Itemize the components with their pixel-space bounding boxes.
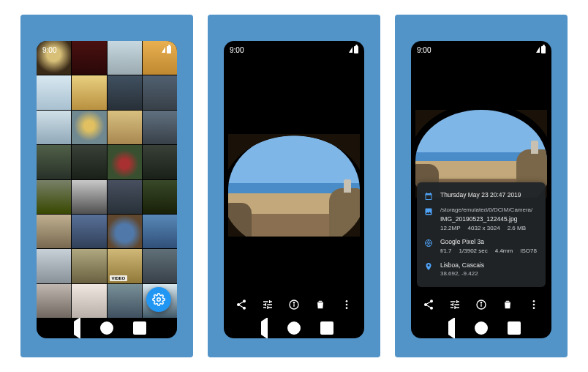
photo-thumb[interactable]	[143, 111, 177, 144]
status-time: 9:00	[230, 46, 244, 54]
video-badge: VIDEO	[110, 275, 128, 281]
photo-grid[interactable]: VIDEO	[37, 41, 177, 318]
nav-back-button[interactable]	[255, 321, 268, 335]
photo-thumb[interactable]	[143, 145, 177, 179]
svg-point-13	[533, 307, 535, 309]
photo-thumb[interactable]	[108, 111, 142, 144]
info-iso: ISO78	[520, 248, 537, 256]
photo-thumb[interactable]	[37, 284, 71, 318]
info-filesize: 2.6 MB	[508, 225, 526, 233]
share-button[interactable]	[233, 296, 250, 313]
screenshot-gallery: 9:00	[20, 15, 193, 357]
status-time: 9:00	[417, 46, 431, 54]
more-vert-icon	[341, 299, 353, 310]
info-panel: Thursday May 23 20:47 2019 /storage/emul…	[417, 182, 546, 287]
aperture-icon	[423, 238, 434, 255]
nav-recent-button[interactable]	[508, 321, 521, 335]
photo-thumb[interactable]	[72, 111, 106, 144]
status-icons	[536, 46, 546, 53]
photo-thumb[interactable]	[72, 75, 106, 109]
share-button[interactable]	[420, 296, 437, 313]
phone-frame: 9:00	[411, 41, 551, 338]
info-icon	[288, 299, 300, 310]
photo-thumb[interactable]	[108, 75, 142, 109]
info-exposure: 1/3902 sec	[459, 248, 488, 256]
nav-back-button[interactable]	[442, 321, 455, 335]
info-dimensions: 4032 x 3024	[468, 225, 500, 233]
photo-viewport[interactable]: Thursday May 23 20:47 2019 /storage/emul…	[411, 57, 551, 291]
edit-button[interactable]	[446, 296, 464, 313]
photo-thumb[interactable]	[143, 75, 177, 109]
status-icons	[162, 46, 171, 53]
photo-thumb[interactable]	[143, 215, 177, 248]
viewer-content[interactable]	[224, 57, 364, 318]
android-nav-bar	[37, 318, 177, 338]
photo-thumb[interactable]	[37, 111, 71, 144]
info-date: Thursday May 23 20:47 2019	[440, 191, 538, 199]
nav-home-button[interactable]	[475, 321, 488, 335]
nav-home-button[interactable]	[287, 321, 301, 335]
gear-icon	[152, 293, 165, 306]
image-icon	[423, 207, 434, 232]
trash-icon	[314, 299, 326, 310]
photo-thumb[interactable]	[72, 145, 106, 179]
photo-image	[228, 134, 360, 237]
share-icon	[235, 299, 247, 310]
photo-thumb[interactable]	[108, 215, 142, 248]
status-bar: 9:00	[411, 41, 551, 57]
nav-back-button[interactable]	[67, 321, 80, 335]
settings-fab[interactable]	[146, 287, 171, 312]
viewer-content[interactable]: Thursday May 23 20:47 2019 /storage/emul…	[411, 57, 551, 318]
nav-recent-button[interactable]	[133, 321, 146, 335]
photo-thumb[interactable]	[37, 215, 71, 248]
photo-thumb[interactable]	[72, 180, 106, 214]
battery-icon	[167, 46, 171, 53]
battery-icon	[541, 46, 546, 53]
android-nav-bar	[224, 318, 364, 338]
photo-thumb[interactable]	[108, 180, 142, 214]
signal-icon	[349, 47, 353, 53]
battery-icon	[354, 46, 358, 53]
status-bar: 9:00	[37, 41, 177, 57]
more-button[interactable]	[338, 296, 355, 313]
svg-point-5	[346, 304, 348, 306]
photo-thumb[interactable]	[143, 180, 177, 214]
more-button[interactable]	[525, 296, 543, 313]
tune-icon	[262, 299, 274, 310]
photo-thumb[interactable]	[72, 215, 106, 248]
signal-icon	[162, 47, 165, 53]
nav-recent-button[interactable]	[320, 321, 333, 335]
photo-thumb[interactable]	[72, 284, 106, 318]
delete-button[interactable]	[499, 296, 516, 313]
photo-thumb[interactable]	[37, 145, 71, 179]
photo-viewport[interactable]	[224, 57, 364, 291]
video-thumb[interactable]: VIDEO	[108, 249, 142, 283]
status-bar: 9:00	[224, 41, 364, 57]
photo-thumb[interactable]	[72, 249, 106, 283]
photo-thumb[interactable]	[37, 75, 71, 109]
more-vert-icon	[528, 299, 540, 310]
photo-thumb[interactable]	[37, 180, 71, 214]
photo-thumb[interactable]	[108, 284, 142, 318]
info-button[interactable]	[285, 296, 303, 313]
svg-point-11	[533, 300, 535, 302]
nav-home-button[interactable]	[100, 321, 113, 335]
phone-frame: 9:00	[37, 41, 177, 338]
photo-thumb[interactable]	[108, 145, 142, 179]
svg-point-10	[480, 302, 481, 303]
info-device: Google Pixel 3a	[440, 238, 538, 246]
viewer-toolbar	[411, 291, 551, 318]
delete-button[interactable]	[312, 296, 329, 313]
info-row-camera: Google Pixel 3a f/1.7 1/3902 sec 4.4mm I…	[420, 235, 540, 258]
photo-thumb[interactable]	[143, 249, 177, 283]
screenshot-viewer-info: 9:00	[395, 15, 568, 357]
info-filename: IMG_20190523_122445.jpg	[440, 215, 538, 223]
photo-thumb[interactable]	[37, 249, 71, 283]
edit-button[interactable]	[259, 296, 276, 313]
info-aperture: f/1.7	[440, 248, 452, 256]
svg-point-0	[157, 298, 161, 302]
info-button[interactable]	[472, 296, 490, 313]
svg-point-3	[293, 302, 294, 303]
screenshot-viewer: 9:00	[208, 15, 380, 357]
viewer-toolbar	[224, 291, 364, 318]
